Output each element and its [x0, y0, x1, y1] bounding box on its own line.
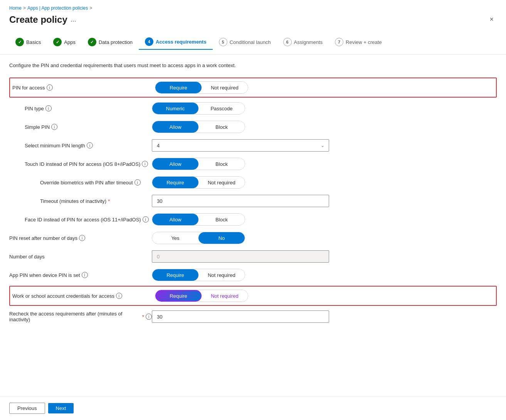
close-button[interactable]: ×	[486, 14, 497, 25]
info-icon-touch-id[interactable]: i	[142, 161, 148, 167]
wizard-step-conditional-launch[interactable]: 5 Conditional launch	[213, 35, 277, 49]
step-circle-apps: ✓	[53, 38, 62, 46]
toggle-btn-simple-pin-0[interactable]: Allow	[152, 121, 198, 133]
info-icon-pin-for-access[interactable]: i	[47, 84, 53, 91]
toggle-group-pin-reset: YesNo	[152, 232, 245, 244]
form-section: PIN for accessiRequireNot requiredPIN ty…	[9, 76, 497, 326]
toggle-btn-override-biometrics-0[interactable]: Require	[152, 177, 198, 188]
input-recheck-access[interactable]	[152, 310, 329, 323]
form-row-min-pin-length: Select minimum PIN lengthi4⌄	[9, 136, 497, 155]
toggle-btn-work-credentials-1[interactable]: Not required	[202, 290, 248, 302]
input-number-of-days[interactable]	[152, 250, 329, 263]
toggle-btn-app-pin-device-0[interactable]: Require	[152, 269, 198, 281]
toggle-btn-pin-reset-1[interactable]: No	[198, 232, 245, 244]
toggle-btn-pin-reset-0[interactable]: Yes	[152, 232, 198, 244]
toggle-btn-pin-for-access-0[interactable]: Require	[155, 82, 202, 93]
toggle-group-pin-for-access: RequireNot required	[155, 81, 248, 94]
toggle-group-face-id: AllowBlock	[152, 213, 245, 226]
form-row-pin-reset: PIN reset after number of daysiYesNo	[9, 229, 497, 247]
wizard-steps: ✓ Basics ✓ Apps ✓ Data protection 4 Acce…	[0, 31, 506, 55]
wizard-step-data-protection[interactable]: ✓ Data protection	[82, 35, 139, 49]
step-label-assignments: Assignments	[294, 39, 323, 45]
wizard-step-assignments[interactable]: 6 Assignments	[277, 35, 329, 49]
toggle-btn-face-id-1[interactable]: Block	[198, 214, 245, 225]
wizard-step-basics[interactable]: ✓ Basics	[9, 35, 47, 49]
form-row-touch-id: Touch ID instead of PIN for access (iOS …	[9, 155, 497, 173]
info-icon-app-pin-device[interactable]: i	[82, 272, 88, 278]
page-header: Create policy ... ×	[0, 12, 506, 31]
step-circle-conditional-launch: 5	[219, 38, 227, 46]
row-label-work-credentials: Work or school account credentials for a…	[12, 293, 114, 299]
next-button[interactable]: Next	[48, 403, 74, 413]
form-row-number-of-days: Number of days	[9, 247, 497, 266]
page-title-dots: ...	[71, 15, 76, 24]
toggle-group-override-biometrics: RequireNot required	[152, 176, 245, 189]
row-label-face-id: Face ID instead of PIN for access (iOS 1…	[25, 217, 141, 223]
input-timeout[interactable]	[152, 195, 329, 207]
row-label-min-pin-length: Select minimum PIN length	[25, 143, 85, 148]
info-icon-override-biometrics[interactable]: i	[134, 179, 141, 186]
toggle-group-touch-id: AllowBlock	[152, 158, 245, 170]
toggle-btn-touch-id-0[interactable]: Allow	[152, 158, 198, 170]
info-icon-pin-reset[interactable]: i	[79, 235, 85, 241]
breadcrumb-home[interactable]: Home	[9, 5, 22, 11]
row-label-recheck-access: Recheck the access requirements after (m…	[9, 311, 141, 322]
step-circle-review-create: 7	[335, 38, 343, 46]
wizard-step-review-create[interactable]: 7 Review + create	[329, 35, 388, 49]
step-label-apps: Apps	[64, 39, 76, 45]
section-description: Configure the PIN and credential require…	[9, 62, 497, 68]
info-icon-face-id[interactable]: i	[143, 216, 149, 223]
info-icon-recheck-access[interactable]: i	[146, 314, 152, 320]
toggle-btn-pin-for-access-1[interactable]: Not required	[202, 82, 248, 93]
row-label-app-pin-device: App PIN when device PIN is set	[9, 272, 80, 278]
toggle-btn-pin-type-0[interactable]: Numeric	[152, 103, 198, 114]
previous-button[interactable]: Previous	[9, 403, 45, 414]
step-label-conditional-launch: Conditional launch	[230, 39, 271, 45]
form-row-pin-for-access: PIN for accessiRequireNot required	[9, 78, 497, 98]
toggle-btn-work-credentials-0[interactable]: Require	[155, 290, 202, 302]
page-title: Create policy ...	[9, 14, 76, 25]
toggle-btn-simple-pin-1[interactable]: Block	[198, 121, 245, 133]
dropdown-min-pin-length[interactable]: 4⌄	[152, 139, 329, 152]
wizard-step-access-requirements[interactable]: 4 Access requirements	[139, 34, 213, 50]
step-circle-assignments: 6	[283, 38, 292, 46]
step-circle-basics: ✓	[15, 38, 24, 46]
form-row-timeout: Timeout (minutes of inactivity)*	[9, 192, 497, 210]
info-icon-work-credentials[interactable]: i	[116, 293, 122, 299]
step-label-basics: Basics	[26, 39, 41, 45]
row-label-timeout: Timeout (minutes of inactivity)	[40, 198, 106, 204]
step-label-review-create: Review + create	[346, 39, 382, 45]
content-area: Configure the PIN and credential require…	[0, 55, 506, 396]
info-icon-pin-type[interactable]: i	[45, 105, 52, 111]
step-label-access-requirements: Access requirements	[156, 39, 207, 45]
breadcrumb: Home > Apps | App protection policies >	[0, 0, 506, 12]
toggle-btn-touch-id-1[interactable]: Block	[198, 158, 245, 170]
step-circle-access-requirements: 4	[145, 37, 153, 46]
breadcrumb-apps[interactable]: Apps | App protection policies	[27, 5, 88, 11]
toggle-btn-app-pin-device-1[interactable]: Not required	[198, 269, 245, 281]
toggle-btn-override-biometrics-1[interactable]: Not required	[198, 177, 245, 188]
toggle-group-app-pin-device: RequireNot required	[152, 269, 245, 281]
info-icon-min-pin-length[interactable]: i	[87, 142, 93, 148]
form-row-face-id: Face ID instead of PIN for access (iOS 1…	[9, 210, 497, 229]
step-label-data-protection: Data protection	[99, 39, 133, 45]
toggle-btn-pin-type-1[interactable]: Passcode	[198, 103, 245, 114]
row-label-override-biometrics: Override biometrics with PIN after timeo…	[40, 180, 133, 186]
info-icon-simple-pin[interactable]: i	[51, 124, 57, 130]
footer: Previous Next	[0, 396, 506, 420]
page-wrapper: Home > Apps | App protection policies > …	[0, 0, 506, 420]
breadcrumb-sep2: >	[89, 5, 92, 11]
toggle-btn-face-id-0[interactable]: Allow	[152, 214, 198, 225]
toggle-group-simple-pin: AllowBlock	[152, 121, 245, 133]
form-row-work-credentials: Work or school account credentials for a…	[9, 286, 497, 306]
form-row-simple-pin: Simple PINiAllowBlock	[9, 118, 497, 136]
form-row-pin-type: PIN typeiNumericPasscode	[9, 99, 497, 118]
wizard-step-apps[interactable]: ✓ Apps	[47, 35, 82, 49]
required-star-recheck-access: *	[142, 314, 144, 320]
required-star-timeout: *	[108, 198, 110, 204]
form-row-recheck-access: Recheck the access requirements after (m…	[9, 307, 497, 326]
row-label-touch-id: Touch ID instead of PIN for access (iOS …	[25, 161, 140, 167]
row-label-simple-pin: Simple PIN	[25, 124, 50, 130]
row-label-pin-for-access: PIN for access	[12, 85, 45, 91]
dropdown-value-min-pin-length: 4	[157, 143, 160, 148]
